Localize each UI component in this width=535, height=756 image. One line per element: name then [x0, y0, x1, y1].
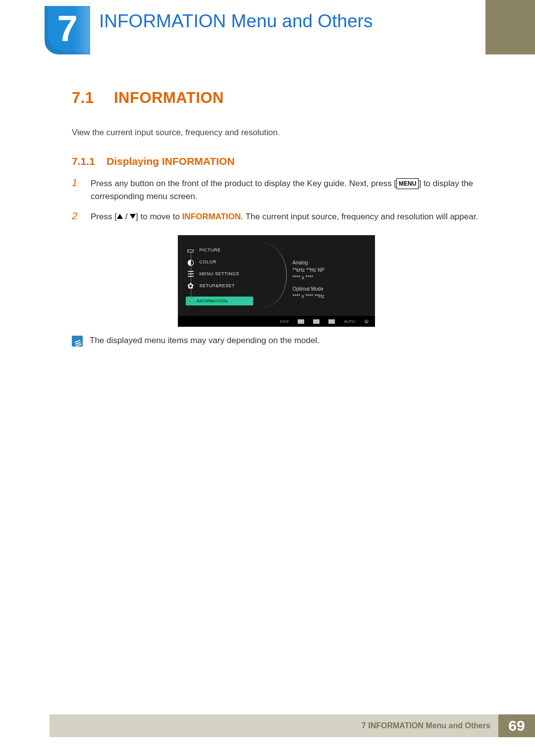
note-text: The displayed menu items may vary depend…	[90, 336, 320, 346]
down-arrow-icon	[130, 214, 136, 219]
osd-info-line: **** x **** **Hz	[293, 293, 324, 300]
steps-list: 1 Press any button on the front of the p…	[72, 177, 481, 223]
page-footer: 7 INFORMATION Menu and Others 69	[50, 714, 535, 737]
footer-text: 7 INFORMATION Menu and Others	[362, 721, 490, 730]
subsection-number: 7.1.1	[72, 155, 107, 167]
page-number: 69	[498, 714, 535, 737]
up-arrow-icon	[117, 214, 123, 219]
information-keyword: INFORMATION	[182, 212, 241, 221]
step-1: 1 Press any button on the front of the p…	[72, 177, 481, 203]
step-text: Press any button on the front of the pro…	[91, 177, 481, 203]
step-number: 2	[72, 210, 81, 223]
step-number: 1	[72, 177, 81, 203]
footer-bar: 7 INFORMATION Menu and Others	[50, 714, 498, 737]
osd-control-bar: EXIT AUTO ⏻	[178, 316, 375, 327]
osd-screenshot: ▭ PICTURE ◐ COLOR ☰ MENU SETTINGS ✿ SETU…	[72, 235, 481, 327]
osd-item-menu-settings: ☰ MENU SETTINGS	[187, 268, 240, 280]
osd-exit-label: EXIT	[280, 319, 289, 324]
osd-panel: ▭ PICTURE ◐ COLOR ☰ MENU SETTINGS ✿ SETU…	[178, 235, 375, 327]
subsection-title: Displaying INFORMATION	[107, 155, 235, 167]
section-title: INFORMATION	[114, 89, 224, 106]
section-heading: 7.1INFORMATION	[72, 89, 481, 107]
subsection-heading: 7.1.1Displaying INFORMATION	[72, 155, 481, 167]
osd-info-line: **kHz **Hz NP	[293, 266, 324, 274]
chapter-number: 7	[57, 10, 77, 47]
menu-key-icon: MENU	[396, 178, 419, 189]
osd-power-icon: ⏻	[364, 319, 368, 324]
osd-info-line: **** x ****	[293, 274, 324, 281]
section-number: 7.1	[72, 89, 114, 107]
osd-enter-icon	[328, 319, 335, 324]
osd-info-panel: Analog **kHz **Hz NP **** x **** Optimal…	[293, 259, 324, 300]
osd-info-line: Analog	[293, 259, 324, 266]
osd-item-picture: ▭ PICTURE	[187, 244, 240, 256]
osd-up-icon	[313, 319, 320, 324]
osd-divider-curve	[252, 243, 287, 307]
osd-item-setup: ✿ SETUP&RESET	[187, 280, 240, 292]
note-icon	[72, 336, 83, 347]
osd-menu-list: ▭ PICTURE ◐ COLOR ☰ MENU SETTINGS ✿ SETU…	[187, 244, 240, 292]
osd-info-line: Optimal Mode	[293, 285, 324, 293]
chapter-title: INFORMATION Menu and Others	[99, 11, 373, 32]
osd-item-information-selected: i INFORMATION	[186, 297, 253, 305]
step-text: Press [ / ] to move to INFORMATION. The …	[91, 210, 478, 223]
chapter-badge: 7	[45, 6, 90, 54]
step-2: 2 Press [ / ] to move to INFORMATION. Th…	[72, 210, 481, 223]
osd-auto-label: AUTO	[344, 319, 355, 324]
page-content: 7.1INFORMATION View the current input so…	[72, 89, 481, 347]
section-intro: View the current input source, frequency…	[72, 128, 481, 138]
settings-icon: ☰	[187, 270, 195, 278]
info-icon: i	[186, 297, 194, 305]
side-accent	[485, 0, 535, 54]
note: The displayed menu items may vary depend…	[72, 336, 481, 347]
osd-down-icon	[298, 319, 304, 324]
color-icon: ◐	[187, 258, 195, 266]
osd-item-color: ◐ COLOR	[187, 256, 240, 268]
gear-icon: ✿	[187, 282, 195, 290]
picture-icon: ▭	[187, 246, 195, 254]
